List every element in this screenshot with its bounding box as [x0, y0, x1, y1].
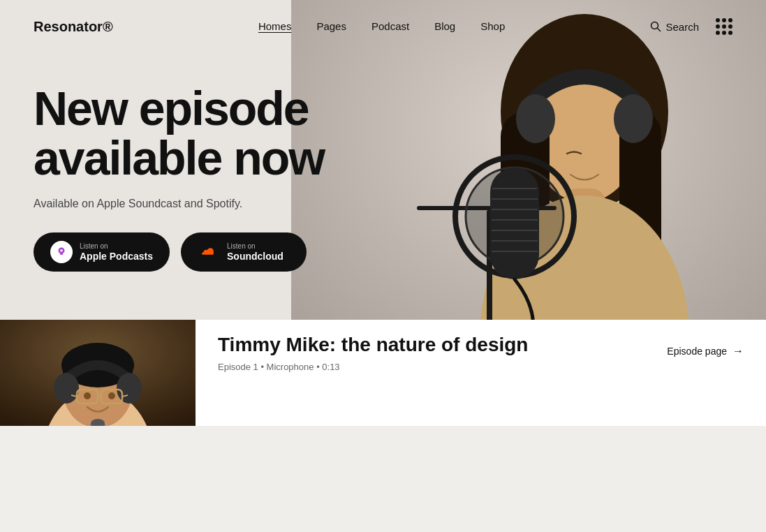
- navbar: Resonator® Homes Pages Podcast Blog Shop…: [0, 0, 766, 53]
- hero-buttons: Listen on Apple Podcasts Listen on Sound…: [34, 232, 466, 272]
- episode-thumbnail: [0, 320, 196, 426]
- svg-rect-25: [61, 251, 62, 253]
- episode-page-label: Episode page: [667, 346, 727, 357]
- episode-meta: Episode 1 • Microphone • 0:13: [218, 362, 622, 372]
- logo: Resonator®: [34, 19, 113, 35]
- episode-title: Timmy Mike: the nature of design: [218, 334, 622, 356]
- hero-content: New episode available now Available on A…: [34, 84, 466, 272]
- episode-page-link[interactable]: Episode page →: [645, 331, 766, 371]
- search-button[interactable]: Search: [650, 21, 699, 33]
- hero-section: New episode available now Available on A…: [0, 0, 766, 426]
- hero-subtitle: Available on Apple Soundcast and Spotify…: [34, 198, 466, 210]
- svg-point-34: [54, 373, 79, 404]
- svg-point-24: [60, 249, 63, 252]
- apple-podcasts-text: Listen on Apple Podcasts: [80, 242, 153, 262]
- soundcloud-text: Listen on Soundcloud: [227, 242, 283, 262]
- nav-item-homes[interactable]: Homes: [258, 20, 292, 32]
- soundcloud-icon: [198, 241, 220, 263]
- nav-item-blog[interactable]: Blog: [434, 20, 455, 32]
- arrow-icon: →: [732, 345, 744, 357]
- svg-point-8: [614, 94, 653, 143]
- nav-links: Homes Pages Podcast Blog Shop: [258, 20, 505, 33]
- search-icon: [650, 21, 661, 32]
- search-label: Search: [665, 21, 699, 33]
- svg-line-1: [658, 29, 661, 31]
- svg-rect-15: [490, 168, 539, 279]
- grid-menu-icon[interactable]: [716, 18, 732, 35]
- svg-point-35: [117, 373, 142, 404]
- nav-item-shop[interactable]: Shop: [480, 20, 505, 32]
- soundcloud-button[interactable]: Listen on Soundcloud: [181, 232, 307, 272]
- svg-point-42: [108, 392, 115, 399]
- episode-card-content: Timmy Mike: the nature of design Episode…: [196, 320, 645, 426]
- hero-title: New episode available now: [34, 84, 466, 184]
- apple-podcasts-icon: [50, 241, 73, 263]
- svg-point-7: [516, 94, 555, 143]
- nav-item-pages[interactable]: Pages: [316, 20, 346, 32]
- apple-podcasts-button[interactable]: Listen on Apple Podcasts: [34, 232, 170, 272]
- episode-card: Timmy Mike: the nature of design Episode…: [0, 320, 766, 426]
- svg-point-41: [84, 392, 91, 399]
- nav-right: Search: [650, 18, 732, 35]
- nav-item-podcast[interactable]: Podcast: [371, 20, 409, 32]
